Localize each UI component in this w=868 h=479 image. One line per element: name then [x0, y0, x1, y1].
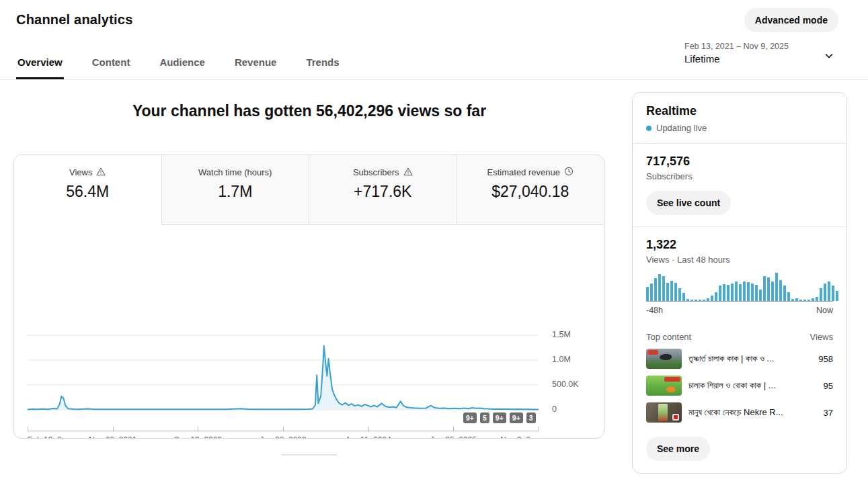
top-content-row[interactable]: চালাক শিয়াল ও বোকা কাক | ... 95: [646, 376, 833, 396]
realtime-bar: [662, 276, 665, 301]
axis-label-48h: -48h: [646, 306, 663, 315]
x-axis-label: Jan 25, 2025: [430, 435, 477, 439]
y-axis-label: 1.5M: [552, 330, 571, 339]
realtime-bar: [824, 284, 826, 301]
realtime-bar: [771, 281, 774, 301]
x-axis-label: Nov 28, 2021: [89, 435, 136, 439]
video-thumbnail[interactable]: [646, 349, 682, 369]
line-chart-canvas[interactable]: [28, 326, 539, 413]
realtime-bar: [646, 287, 649, 301]
realtime-bar: [711, 296, 713, 301]
page-title: Channel analytics: [16, 12, 132, 28]
tab-overview[interactable]: Overview: [16, 56, 64, 79]
realtime-bar: [787, 292, 790, 301]
updating-live-label: Updating live: [656, 123, 707, 133]
date-range-text: Feb 13, 2021 – Nov 9, 2025: [684, 42, 836, 51]
realtime-views-label: Views · Last 48 hours: [646, 255, 833, 265]
video-marker-badge[interactable]: 5: [480, 412, 489, 423]
realtime-bar: [767, 277, 770, 301]
video-views: 95: [824, 381, 833, 391]
video-views: 37: [824, 408, 833, 418]
tab-content[interactable]: Content: [91, 56, 132, 79]
top-content-row[interactable]: মানুষ খেকো নেকড়ে Nekre R... 37: [646, 402, 833, 423]
clock-icon: [564, 167, 574, 178]
realtime-bar: [779, 280, 782, 302]
realtime-bar: [795, 298, 798, 301]
realtime-subscribers-label: Subscribers: [646, 171, 833, 181]
top-content-row[interactable]: তৃষ্ণার্ত চালাক কাক | কাক ও ... 958: [646, 349, 833, 369]
y-axis-label: 1.0M: [552, 355, 571, 364]
advanced-mode-button[interactable]: Advanced mode: [744, 8, 838, 32]
realtime-bar: [650, 284, 653, 301]
video-title: তৃষ্ণার্ত চালাক কাক | কাক ও ...: [688, 353, 812, 364]
top-content-label: Top content: [646, 332, 691, 342]
realtime-bar: [807, 300, 810, 301]
x-axis-label: Nov 9, 2...: [500, 435, 537, 439]
tab-revenue[interactable]: Revenue: [233, 56, 278, 79]
live-dot-icon: [646, 126, 652, 131]
last-48h-bar-chart[interactable]: [646, 273, 833, 302]
warning-icon: [96, 167, 106, 178]
views-column-label: Views: [810, 332, 833, 342]
video-views: 958: [818, 354, 833, 364]
realtime-card: Realtime Updating live 717,576 Subscribe…: [632, 92, 847, 474]
metric-tab-watch-time[interactable]: Watch time (hours) 1.7M: [162, 155, 310, 225]
warning-icon: [403, 167, 413, 178]
realtime-bar: [699, 300, 701, 301]
metric-tab-estimated-revenue[interactable]: Estimated revenue $27,040.18: [457, 155, 604, 225]
metric-value: 1.7M: [162, 183, 309, 201]
realtime-bar: [691, 300, 693, 301]
metric-value: +717.6K: [309, 183, 457, 201]
y-axis-label: 500.0K: [552, 380, 579, 389]
tab-audience[interactable]: Audience: [158, 56, 206, 79]
realtime-bar: [828, 281, 830, 301]
video-marker-badges: 9+59+9+3: [463, 412, 536, 423]
chart-scrubber[interactable]: [28, 430, 539, 432]
video-marker-badge[interactable]: 9+: [510, 412, 523, 423]
realtime-bar: [836, 291, 838, 301]
realtime-bar: [799, 300, 802, 301]
realtime-bar: [678, 288, 681, 301]
realtime-bar: [670, 281, 673, 301]
realtime-bar: [783, 286, 786, 301]
realtime-bar: [727, 285, 729, 301]
realtime-bar: [735, 281, 738, 301]
scrubber-tick: [368, 427, 369, 432]
see-live-count-button[interactable]: See live count: [646, 191, 731, 215]
metric-value: $27,040.18: [457, 183, 604, 201]
realtime-bar: [832, 286, 834, 301]
scrubber-tick: [538, 427, 539, 432]
metric-tab-subscribers[interactable]: Subscribers +717.6K: [309, 155, 457, 225]
realtime-bar: [759, 290, 762, 301]
tab-trends[interactable]: Trends: [305, 56, 340, 79]
realtime-bar: [658, 274, 661, 301]
metric-value: 56.4M: [14, 183, 161, 201]
video-marker-badge[interactable]: 9+: [463, 412, 477, 423]
divider: [633, 143, 846, 144]
video-thumbnail[interactable]: [646, 402, 682, 423]
video-thumbnail[interactable]: [646, 376, 682, 396]
x-axis-label: Feb 13, 2...: [28, 435, 69, 439]
realtime-views-count: 1,322: [646, 238, 833, 252]
next-section-divider: [282, 454, 337, 455]
x-axis-label: Sep 13, 2022: [174, 435, 222, 439]
metric-label: Estimated revenue: [487, 167, 560, 177]
video-marker-badge[interactable]: 3: [526, 412, 536, 423]
scrubber-tick: [283, 427, 284, 432]
realtime-bar: [707, 298, 709, 301]
metric-tab-views[interactable]: Views 56.4M: [14, 155, 162, 225]
realtime-subscribers-count: 717,576: [646, 155, 833, 169]
overview-analytics-card: Views 56.4M Watch time (hours) 1.7M Subs…: [13, 155, 604, 439]
metric-strip: Views 56.4M Watch time (hours) 1.7M Subs…: [14, 155, 604, 225]
video-marker-badge[interactable]: 9+: [493, 412, 506, 423]
realtime-bar: [791, 299, 794, 301]
realtime-bar: [719, 286, 721, 301]
realtime-bar: [816, 297, 818, 301]
realtime-see-more-button[interactable]: See more: [646, 437, 710, 461]
views-line-chart: 1.5M1.0M500.0K0 Feb 13, 2...Nov 28, 2021…: [14, 225, 604, 439]
realtime-bar: [747, 282, 750, 301]
realtime-bar: [755, 285, 758, 301]
scrubber-tick: [28, 427, 28, 432]
realtime-bar: [751, 284, 754, 301]
metric-label: Views: [69, 167, 92, 177]
